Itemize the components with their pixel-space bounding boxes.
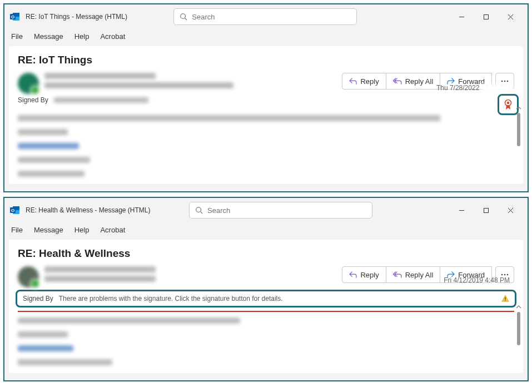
maximize-button[interactable] <box>474 202 499 219</box>
reply-all-button[interactable]: Reply All <box>386 266 441 283</box>
warning-icon <box>501 295 509 302</box>
search-input[interactable] <box>192 13 351 21</box>
ellipsis-icon <box>501 274 509 276</box>
svg-rect-22 <box>484 208 489 212</box>
message-subject: RE: IoT Things <box>18 54 514 66</box>
menu-acrobat[interactable]: Acrobat <box>100 226 125 234</box>
message-timestamp: Thu 7/28/2022 12:42 PM <box>436 84 510 92</box>
scroll-thumb[interactable] <box>517 312 520 345</box>
window-title: RE: Health & Wellness - Message (HTML) <box>26 206 151 214</box>
scroll-thumb[interactable] <box>517 113 520 146</box>
menu-message[interactable]: Message <box>34 32 63 41</box>
titlebar: O RE: IoT Things - Message (HTML) <box>4 4 528 29</box>
sender-info <box>44 266 342 285</box>
search-box[interactable] <box>189 202 372 219</box>
minimize-button[interactable] <box>450 8 474 25</box>
svg-point-12 <box>507 81 509 82</box>
ribbon-icon <box>504 99 513 110</box>
search-icon <box>180 13 187 21</box>
svg-text:O: O <box>11 14 14 19</box>
outlook-icon: O <box>9 204 21 216</box>
svg-rect-28 <box>505 297 505 299</box>
menu-acrobat[interactable]: Acrobat <box>100 32 125 41</box>
menu-message[interactable]: Message <box>34 226 63 234</box>
signed-by-row: Signed By <box>18 95 514 105</box>
minimize-button[interactable] <box>450 202 474 219</box>
sender-avatar[interactable] <box>18 266 39 287</box>
maximize-button[interactable] <box>474 8 499 25</box>
svg-point-4 <box>181 14 186 19</box>
svg-point-26 <box>504 274 506 276</box>
signed-by-label: Signed By <box>23 295 53 302</box>
sender-info <box>44 73 342 92</box>
message-content: RE: IoT Things Reply Reply All <box>9 46 523 184</box>
search-icon <box>195 206 203 214</box>
window-title: RE: IoT Things - Message (HTML) <box>26 13 127 21</box>
svg-point-10 <box>501 81 503 82</box>
signature-warning-text: There are problems with the signature. C… <box>59 295 501 302</box>
menu-help[interactable]: Help <box>74 226 90 234</box>
message-body <box>18 317 514 365</box>
svg-line-20 <box>201 212 203 214</box>
reply-all-button[interactable]: Reply All <box>386 73 441 90</box>
signed-by-warning-row[interactable]: Signed By There are problems with the si… <box>16 290 516 307</box>
svg-point-25 <box>501 274 503 276</box>
vertical-scrollbar[interactable] <box>515 113 523 181</box>
message-body <box>18 115 514 177</box>
svg-point-27 <box>507 274 509 276</box>
signed-by-label: Signed By <box>18 96 48 104</box>
svg-rect-7 <box>484 14 489 19</box>
svg-point-14 <box>507 102 509 104</box>
search-input[interactable] <box>207 206 366 215</box>
menubar: File Message Help Acrobat <box>4 222 528 240</box>
close-button[interactable] <box>499 202 523 219</box>
svg-rect-29 <box>505 300 505 301</box>
menu-file[interactable]: File <box>11 226 23 234</box>
search-box[interactable] <box>173 8 357 25</box>
warning-underline <box>18 311 514 312</box>
menu-file[interactable]: File <box>11 32 23 41</box>
reply-icon <box>349 78 357 85</box>
svg-text:O: O <box>11 208 14 213</box>
reply-all-icon <box>393 271 402 278</box>
close-button[interactable] <box>499 8 523 25</box>
outlook-icon: O <box>9 11 21 23</box>
reply-button[interactable]: Reply <box>342 266 386 283</box>
scroll-up-arrow[interactable] <box>516 304 521 310</box>
message-window-2: O RE: Health & Wellness - Message (HTML)… <box>3 197 529 381</box>
sender-avatar[interactable] <box>18 73 39 94</box>
message-timestamp: Fri 4/12/2019 4:48 PM <box>444 276 510 284</box>
signed-by-value <box>54 97 148 103</box>
svg-point-11 <box>504 81 506 82</box>
message-window-1: O RE: IoT Things - Message (HTML) File M… <box>3 3 529 192</box>
vertical-scrollbar[interactable] <box>515 312 523 370</box>
menu-help[interactable]: Help <box>74 32 90 41</box>
ellipsis-icon <box>501 80 509 82</box>
signature-valid-badge[interactable] <box>498 94 519 115</box>
titlebar: O RE: Health & Wellness - Message (HTML) <box>4 198 528 222</box>
scroll-up-arrow[interactable] <box>516 105 521 111</box>
message-content: RE: Health & Wellness Reply Reply All <box>9 240 523 373</box>
svg-line-5 <box>185 18 187 21</box>
reply-button[interactable]: Reply <box>342 73 386 90</box>
reply-icon <box>349 271 357 278</box>
message-subject: RE: Health & Wellness <box>18 247 514 260</box>
reply-all-icon <box>393 78 402 85</box>
menubar: File Message Help Acrobat <box>4 29 528 46</box>
svg-point-19 <box>196 207 201 212</box>
